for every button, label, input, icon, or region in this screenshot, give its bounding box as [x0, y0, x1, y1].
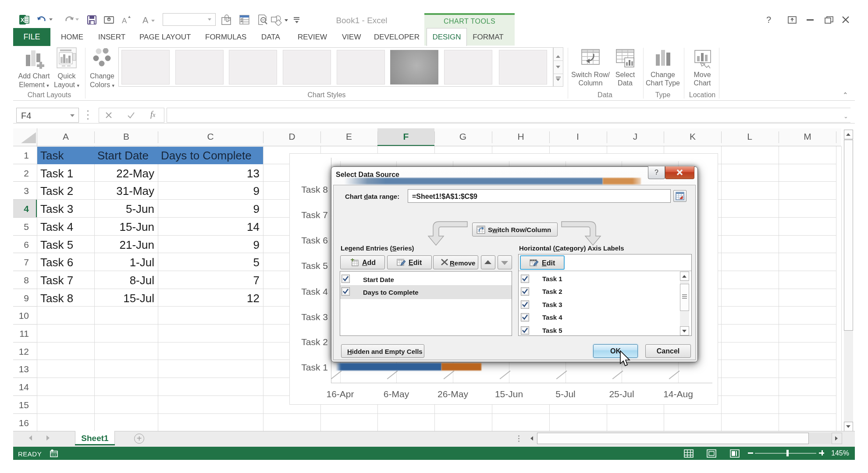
svg-text:X: X [21, 17, 25, 23]
